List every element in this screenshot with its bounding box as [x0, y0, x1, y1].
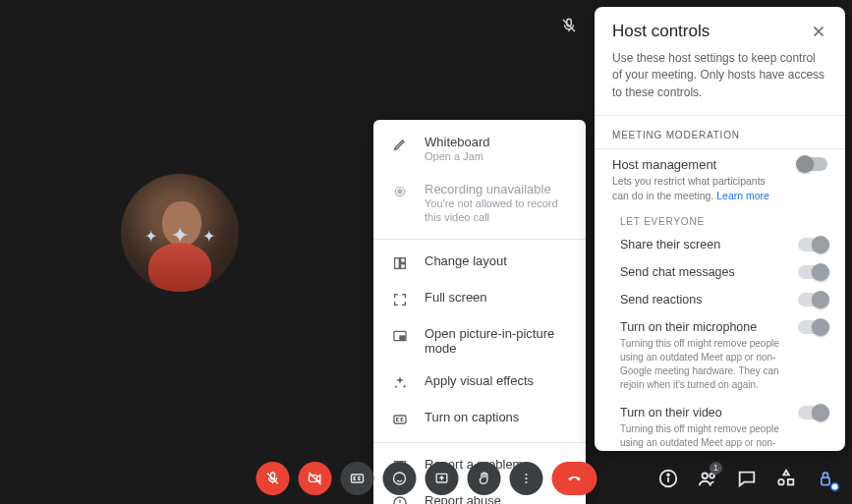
share-screen-label: Share their screen: [620, 238, 720, 252]
meet-stage: ✦✦✦ Whiteboard Open a Jam Re: [0, 0, 852, 504]
layout-icon: [391, 254, 409, 272]
close-button[interactable]: [808, 21, 829, 42]
svg-rect-7: [394, 416, 406, 423]
panel-title: Host controls: [612, 22, 710, 41]
menu-recording-sub: You're not allowed to record this video …: [425, 197, 568, 225]
toggle-send-reactions[interactable]: [798, 293, 827, 307]
host-controls-button[interactable]: [815, 468, 836, 489]
row-send-reactions: Send reactions: [595, 286, 845, 313]
leave-call-button[interactable]: [551, 462, 596, 495]
menu-whiteboard-sub: Open a Jam: [425, 150, 489, 164]
svg-point-29: [832, 483, 838, 489]
toggle-host-management[interactable]: [798, 157, 827, 171]
sparkle-icon: [391, 374, 409, 392]
menu-captions[interactable]: Turn on captions: [373, 401, 586, 437]
bottom-bar: 1: [0, 452, 852, 504]
menu-pip[interactable]: Open picture-in-picture mode: [373, 317, 586, 364]
svg-point-17: [393, 473, 405, 484]
present-button[interactable]: [425, 462, 458, 495]
svg-rect-16: [351, 475, 363, 482]
participants-count-badge: 1: [710, 462, 722, 475]
svg-rect-27: [788, 478, 794, 484]
send-chat-label: Send chat messages: [620, 265, 735, 279]
row-share-screen: Share their screen: [595, 231, 845, 258]
svg-point-21: [525, 480, 527, 482]
svg-point-20: [525, 476, 527, 478]
turn-on-video-sub: Turning this off might remove people usi…: [620, 422, 788, 451]
center-controls: [256, 462, 596, 495]
menu-separator: [373, 239, 586, 240]
menu-change-layout[interactable]: Change layout: [373, 245, 586, 281]
menu-whiteboard[interactable]: Whiteboard Open a Jam: [373, 126, 586, 173]
svg-point-24: [703, 473, 709, 478]
row-turn-on-video: Turn on their video Turning this off mig…: [595, 399, 845, 451]
svg-point-19: [525, 473, 527, 475]
menu-visual-effects-label: Apply visual effects: [425, 373, 534, 388]
panel-description: Use these host settings to keep control …: [595, 50, 845, 115]
menu-full-screen-label: Full screen: [425, 290, 487, 305]
chat-button[interactable]: [736, 468, 758, 489]
menu-separator: [373, 442, 586, 443]
activities-button[interactable]: [775, 468, 797, 489]
svg-rect-28: [822, 477, 829, 485]
host-management-title: Host management: [612, 157, 788, 174]
menu-pip-label: Open picture-in-picture mode: [425, 326, 568, 356]
captions-icon: [391, 411, 409, 428]
section-meeting-moderation: MEETING MODERATION: [595, 116, 845, 148]
mic-muted-icon: [560, 17, 578, 34]
row-turn-on-mic: Turn on their microphone Turning this of…: [595, 313, 845, 399]
raise-hand-button[interactable]: [467, 462, 500, 495]
turn-on-video-label: Turn on their video: [620, 406, 788, 420]
host-controls-panel: Host controls Use these host settings to…: [595, 7, 845, 451]
participants-button[interactable]: 1: [697, 468, 718, 489]
svg-point-23: [667, 474, 669, 476]
toggle-share-screen[interactable]: [798, 238, 827, 252]
toggle-send-chat[interactable]: [798, 265, 827, 279]
pip-icon: [391, 327, 409, 345]
menu-change-layout-label: Change layout: [425, 253, 507, 268]
svg-point-1: [398, 190, 402, 194]
turn-on-mic-sub: Turning this off might remove people usi…: [620, 337, 788, 392]
svg-rect-2: [395, 257, 400, 268]
mic-toggle-button[interactable]: [256, 462, 289, 495]
record-icon: [391, 183, 409, 200]
send-reactions-label: Send reactions: [620, 293, 702, 307]
learn-more-link[interactable]: Learn more: [716, 190, 769, 201]
menu-full-screen[interactable]: Full screen: [373, 281, 586, 317]
turn-on-mic-label: Turn on their microphone: [620, 320, 788, 334]
camera-toggle-button[interactable]: [298, 462, 331, 495]
menu-captions-label: Turn on captions: [425, 410, 519, 424]
menu-whiteboard-title: Whiteboard: [425, 135, 489, 150]
reactions-button[interactable]: [382, 462, 416, 495]
more-options-menu: Whiteboard Open a Jam Recording unavaila…: [373, 120, 586, 504]
toggle-turn-on-video[interactable]: [798, 406, 827, 420]
subsection-let-everyone: LET EVERYONE: [595, 204, 845, 231]
meeting-details-button[interactable]: [657, 468, 679, 489]
svg-point-26: [778, 478, 784, 484]
host-controls-scroll[interactable]: Host controls Use these host settings to…: [595, 7, 845, 451]
menu-recording: Recording unavailable You're not allowed…: [373, 173, 586, 234]
menu-visual-effects[interactable]: Apply visual effects: [373, 364, 586, 401]
svg-rect-6: [400, 336, 405, 339]
fullscreen-icon: [391, 291, 409, 308]
pencil-icon: [391, 136, 409, 153]
right-controls: 1: [657, 468, 836, 489]
menu-recording-title: Recording unavailable: [425, 182, 568, 197]
row-send-chat: Send chat messages: [595, 258, 845, 286]
svg-rect-4: [401, 263, 406, 268]
captions-button[interactable]: [340, 462, 373, 495]
more-options-button[interactable]: [509, 462, 542, 495]
host-management-sub: Lets you restrict what participants can …: [612, 174, 788, 202]
row-host-management: Host management Lets you restrict what p…: [595, 149, 845, 204]
toggle-turn-on-mic[interactable]: [798, 320, 827, 334]
svg-rect-3: [401, 257, 406, 262]
host-controls-badge-icon: [829, 481, 840, 492]
participant-avatar: [121, 174, 239, 292]
